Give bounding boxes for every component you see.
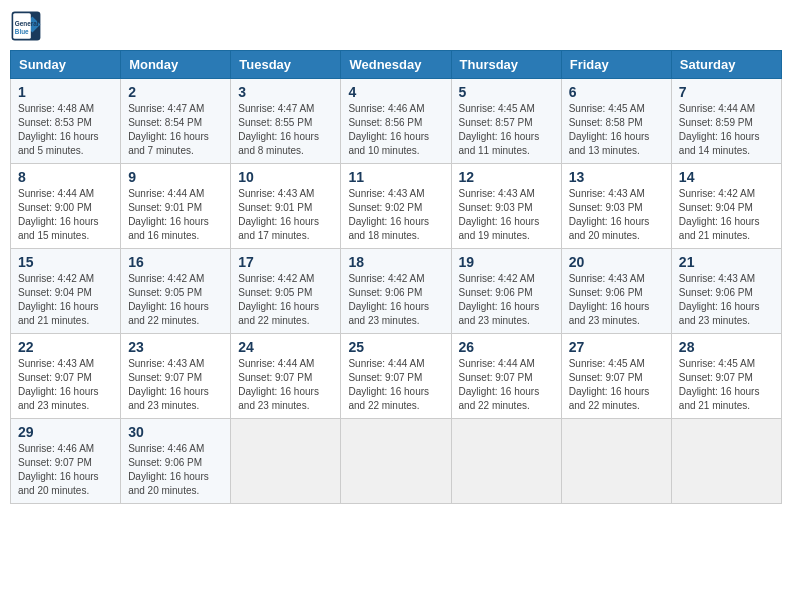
day-number: 28 <box>679 339 774 355</box>
day-info: Sunrise: 4:44 AM Sunset: 9:07 PM Dayligh… <box>459 357 554 413</box>
day-info: Sunrise: 4:45 AM Sunset: 9:07 PM Dayligh… <box>679 357 774 413</box>
calendar-cell <box>341 419 451 504</box>
calendar-cell: 5 Sunrise: 4:45 AM Sunset: 8:57 PM Dayli… <box>451 79 561 164</box>
svg-text:Blue: Blue <box>15 28 29 35</box>
day-info: Sunrise: 4:45 AM Sunset: 9:07 PM Dayligh… <box>569 357 664 413</box>
calendar-cell: 17 Sunrise: 4:42 AM Sunset: 9:05 PM Dayl… <box>231 249 341 334</box>
day-info: Sunrise: 4:45 AM Sunset: 8:57 PM Dayligh… <box>459 102 554 158</box>
day-number: 3 <box>238 84 333 100</box>
day-number: 19 <box>459 254 554 270</box>
day-number: 13 <box>569 169 664 185</box>
day-info: Sunrise: 4:43 AM Sunset: 9:03 PM Dayligh… <box>569 187 664 243</box>
calendar-cell: 11 Sunrise: 4:43 AM Sunset: 9:02 PM Dayl… <box>341 164 451 249</box>
day-number: 23 <box>128 339 223 355</box>
svg-text:General: General <box>15 20 39 27</box>
calendar-cell: 18 Sunrise: 4:42 AM Sunset: 9:06 PM Dayl… <box>341 249 451 334</box>
day-number: 25 <box>348 339 443 355</box>
day-info: Sunrise: 4:44 AM Sunset: 9:07 PM Dayligh… <box>348 357 443 413</box>
day-number: 11 <box>348 169 443 185</box>
calendar-cell: 24 Sunrise: 4:44 AM Sunset: 9:07 PM Dayl… <box>231 334 341 419</box>
calendar-cell <box>231 419 341 504</box>
day-number: 20 <box>569 254 664 270</box>
calendar-cell: 12 Sunrise: 4:43 AM Sunset: 9:03 PM Dayl… <box>451 164 561 249</box>
day-info: Sunrise: 4:43 AM Sunset: 9:06 PM Dayligh… <box>679 272 774 328</box>
day-info: Sunrise: 4:44 AM Sunset: 9:07 PM Dayligh… <box>238 357 333 413</box>
day-number: 4 <box>348 84 443 100</box>
day-number: 18 <box>348 254 443 270</box>
day-info: Sunrise: 4:46 AM Sunset: 8:56 PM Dayligh… <box>348 102 443 158</box>
week-row-1: 1 Sunrise: 4:48 AM Sunset: 8:53 PM Dayli… <box>11 79 782 164</box>
weekday-sunday: Sunday <box>11 51 121 79</box>
day-info: Sunrise: 4:47 AM Sunset: 8:54 PM Dayligh… <box>128 102 223 158</box>
calendar-cell: 22 Sunrise: 4:43 AM Sunset: 9:07 PM Dayl… <box>11 334 121 419</box>
weekday-wednesday: Wednesday <box>341 51 451 79</box>
day-info: Sunrise: 4:42 AM Sunset: 9:04 PM Dayligh… <box>679 187 774 243</box>
week-row-4: 22 Sunrise: 4:43 AM Sunset: 9:07 PM Dayl… <box>11 334 782 419</box>
day-number: 2 <box>128 84 223 100</box>
day-number: 6 <box>569 84 664 100</box>
week-row-3: 15 Sunrise: 4:42 AM Sunset: 9:04 PM Dayl… <box>11 249 782 334</box>
day-info: Sunrise: 4:46 AM Sunset: 9:07 PM Dayligh… <box>18 442 113 498</box>
calendar-cell: 6 Sunrise: 4:45 AM Sunset: 8:58 PM Dayli… <box>561 79 671 164</box>
calendar-cell: 26 Sunrise: 4:44 AM Sunset: 9:07 PM Dayl… <box>451 334 561 419</box>
calendar-cell: 27 Sunrise: 4:45 AM Sunset: 9:07 PM Dayl… <box>561 334 671 419</box>
calendar-cell: 14 Sunrise: 4:42 AM Sunset: 9:04 PM Dayl… <box>671 164 781 249</box>
day-info: Sunrise: 4:43 AM Sunset: 9:01 PM Dayligh… <box>238 187 333 243</box>
day-number: 21 <box>679 254 774 270</box>
day-number: 22 <box>18 339 113 355</box>
weekday-tuesday: Tuesday <box>231 51 341 79</box>
day-info: Sunrise: 4:42 AM Sunset: 9:05 PM Dayligh… <box>128 272 223 328</box>
day-number: 7 <box>679 84 774 100</box>
calendar-cell: 15 Sunrise: 4:42 AM Sunset: 9:04 PM Dayl… <box>11 249 121 334</box>
day-info: Sunrise: 4:48 AM Sunset: 8:53 PM Dayligh… <box>18 102 113 158</box>
calendar-cell: 25 Sunrise: 4:44 AM Sunset: 9:07 PM Dayl… <box>341 334 451 419</box>
calendar-cell: 29 Sunrise: 4:46 AM Sunset: 9:07 PM Dayl… <box>11 419 121 504</box>
calendar-cell: 8 Sunrise: 4:44 AM Sunset: 9:00 PM Dayli… <box>11 164 121 249</box>
calendar-cell: 16 Sunrise: 4:42 AM Sunset: 9:05 PM Dayl… <box>121 249 231 334</box>
day-info: Sunrise: 4:42 AM Sunset: 9:05 PM Dayligh… <box>238 272 333 328</box>
day-number: 29 <box>18 424 113 440</box>
day-info: Sunrise: 4:43 AM Sunset: 9:02 PM Dayligh… <box>348 187 443 243</box>
day-number: 26 <box>459 339 554 355</box>
calendar-cell: 1 Sunrise: 4:48 AM Sunset: 8:53 PM Dayli… <box>11 79 121 164</box>
day-number: 27 <box>569 339 664 355</box>
day-number: 12 <box>459 169 554 185</box>
calendar-cell <box>561 419 671 504</box>
day-info: Sunrise: 4:42 AM Sunset: 9:06 PM Dayligh… <box>459 272 554 328</box>
calendar-cell: 23 Sunrise: 4:43 AM Sunset: 9:07 PM Dayl… <box>121 334 231 419</box>
weekday-thursday: Thursday <box>451 51 561 79</box>
logo: General Blue <box>10 10 46 42</box>
day-number: 5 <box>459 84 554 100</box>
page-header: General Blue <box>10 10 782 42</box>
day-number: 8 <box>18 169 113 185</box>
calendar-cell: 2 Sunrise: 4:47 AM Sunset: 8:54 PM Dayli… <box>121 79 231 164</box>
day-info: Sunrise: 4:43 AM Sunset: 9:07 PM Dayligh… <box>128 357 223 413</box>
calendar-cell: 20 Sunrise: 4:43 AM Sunset: 9:06 PM Dayl… <box>561 249 671 334</box>
day-number: 15 <box>18 254 113 270</box>
day-info: Sunrise: 4:42 AM Sunset: 9:04 PM Dayligh… <box>18 272 113 328</box>
day-number: 14 <box>679 169 774 185</box>
day-info: Sunrise: 4:43 AM Sunset: 9:06 PM Dayligh… <box>569 272 664 328</box>
calendar-cell: 21 Sunrise: 4:43 AM Sunset: 9:06 PM Dayl… <box>671 249 781 334</box>
week-row-5: 29 Sunrise: 4:46 AM Sunset: 9:07 PM Dayl… <box>11 419 782 504</box>
week-row-2: 8 Sunrise: 4:44 AM Sunset: 9:00 PM Dayli… <box>11 164 782 249</box>
calendar-cell: 10 Sunrise: 4:43 AM Sunset: 9:01 PM Dayl… <box>231 164 341 249</box>
calendar-cell: 3 Sunrise: 4:47 AM Sunset: 8:55 PM Dayli… <box>231 79 341 164</box>
day-info: Sunrise: 4:45 AM Sunset: 8:58 PM Dayligh… <box>569 102 664 158</box>
calendar-header: SundayMondayTuesdayWednesdayThursdayFrid… <box>11 51 782 79</box>
day-number: 24 <box>238 339 333 355</box>
logo-icon: General Blue <box>10 10 42 42</box>
day-info: Sunrise: 4:44 AM Sunset: 9:01 PM Dayligh… <box>128 187 223 243</box>
day-number: 16 <box>128 254 223 270</box>
calendar-table: SundayMondayTuesdayWednesdayThursdayFrid… <box>10 50 782 504</box>
day-number: 1 <box>18 84 113 100</box>
weekday-friday: Friday <box>561 51 671 79</box>
calendar-cell: 19 Sunrise: 4:42 AM Sunset: 9:06 PM Dayl… <box>451 249 561 334</box>
calendar-cell: 30 Sunrise: 4:46 AM Sunset: 9:06 PM Dayl… <box>121 419 231 504</box>
day-info: Sunrise: 4:42 AM Sunset: 9:06 PM Dayligh… <box>348 272 443 328</box>
calendar-cell <box>671 419 781 504</box>
calendar-cell: 4 Sunrise: 4:46 AM Sunset: 8:56 PM Dayli… <box>341 79 451 164</box>
calendar-cell: 28 Sunrise: 4:45 AM Sunset: 9:07 PM Dayl… <box>671 334 781 419</box>
calendar-cell: 9 Sunrise: 4:44 AM Sunset: 9:01 PM Dayli… <box>121 164 231 249</box>
day-number: 9 <box>128 169 223 185</box>
